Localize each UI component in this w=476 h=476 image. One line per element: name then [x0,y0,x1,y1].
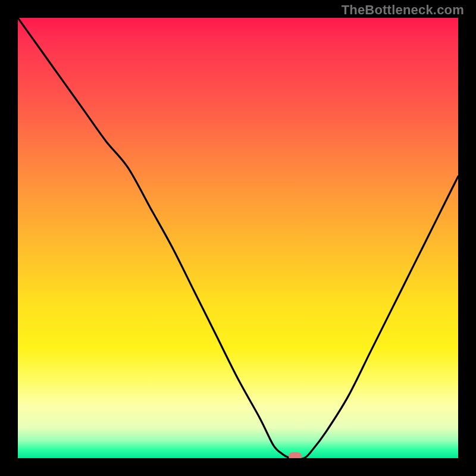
bottleneck-curve [18,18,458,458]
min-marker [289,452,302,458]
curve-path [18,18,458,458]
watermark-text: TheBottleneck.com [342,2,464,18]
plot-area [18,18,458,458]
chart-frame: TheBottleneck.com [0,0,476,476]
